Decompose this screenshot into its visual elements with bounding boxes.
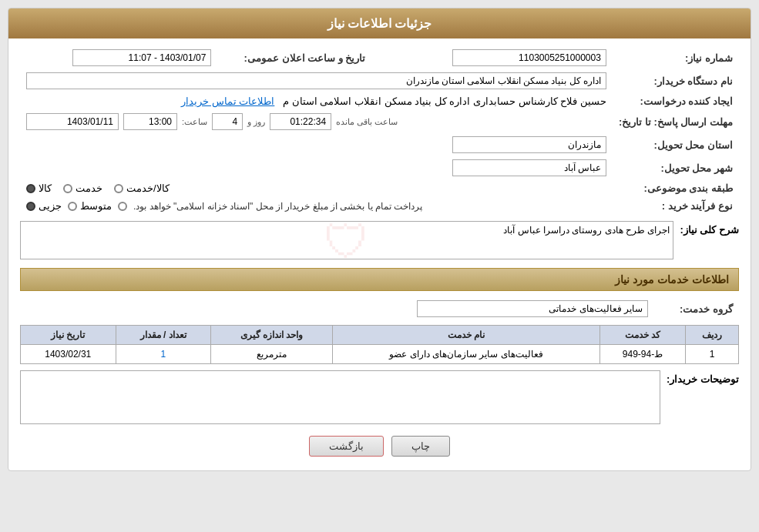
radio-kala-icon — [26, 184, 35, 193]
need-number-input[interactable] — [452, 49, 606, 66]
city-value — [20, 156, 613, 179]
process-option-motavasset[interactable]: متوسط — [68, 200, 112, 212]
category-option-kala-khadamat[interactable]: کالا/خدمت — [114, 182, 170, 194]
buyer-notes-textarea[interactable] — [20, 370, 660, 424]
description-textarea[interactable]: اجرای طرح هادی روستای دراسرا عباس آباد — [20, 221, 673, 259]
row-buyer-org: نام دستگاه خریدار: — [20, 69, 739, 92]
page-wrapper: جزئیات اطلاعات نیاز شماره نیاز: تاریخ و … — [0, 0, 759, 532]
col-code: کد خدمت — [599, 326, 685, 345]
creator-contact-link[interactable]: اطلاعات تماس خریدار — [181, 95, 274, 107]
main-card: جزئیات اطلاعات نیاز شماره نیاز: تاریخ و … — [8, 8, 751, 471]
deadline-date-input[interactable] — [26, 113, 119, 130]
announce-date-value — [20, 46, 217, 69]
buyer-org-label: نام دستگاه خریدار: — [613, 69, 739, 92]
row-need-number: شماره نیاز: تاریخ و ساعت اعلان عمومی: — [20, 46, 739, 69]
city-input[interactable] — [452, 159, 606, 176]
deadline-remaining-label: ساعت باقی مانده — [336, 117, 398, 127]
buyer-notes-label: توضیحات خریدار: — [667, 370, 739, 385]
province-label: استان محل تحویل: — [613, 133, 739, 156]
creator-label: ایجاد کننده درخواست: — [613, 92, 739, 110]
buyer-org-input[interactable] — [26, 72, 606, 89]
description-label: شرح کلی نیاز: — [680, 221, 739, 236]
need-number-label: شماره نیاز: — [613, 46, 739, 69]
row-creator: ایجاد کننده درخواست: حسین فلاح کارشناس ح… — [20, 92, 739, 110]
process-option-jozi[interactable]: جزیی — [26, 200, 62, 212]
services-table-header-row: ردیف کد خدمت نام خدمت واحد اندازه گیری ت… — [21, 326, 739, 345]
service-group-input[interactable] — [417, 300, 648, 317]
buyer-notes-section: توضیحات خریدار: — [20, 370, 739, 427]
row-process: نوع فرآیند خرید : پرداخت تمام یا بخشی از… — [20, 197, 739, 215]
col-name: نام خدمت — [333, 326, 600, 345]
row-category: طبقه بندی موضوعی: کالا/خدمت خدمت — [20, 179, 739, 197]
radio-esnad-icon — [118, 202, 127, 211]
deadline-value: ساعت باقی مانده روز و ساعت: — [20, 110, 613, 133]
page-title: جزئیات اطلاعات نیاز — [8, 8, 751, 38]
table-row: 1ط-94-949فعالیت‌های سایر سازمان‌های دارا… — [21, 345, 739, 364]
category-options: کالا/خدمت خدمت کالا — [20, 179, 613, 197]
category-option-khadamat[interactable]: خدمت — [63, 182, 102, 194]
process-options: پرداخت تمام یا بخشی از مبلغ خریدار از مح… — [20, 197, 613, 215]
province-value — [20, 133, 613, 156]
category-option-kala[interactable]: کالا — [26, 182, 52, 194]
col-unit: واحد اندازه گیری — [210, 326, 332, 345]
print-button[interactable]: چاپ — [391, 436, 450, 457]
city-label: شهر محل تحویل: — [613, 156, 739, 179]
service-group-label: گروه خدمت: — [654, 297, 739, 320]
col-date: تاریخ نیاز — [21, 326, 116, 345]
buyer-notes-container — [20, 370, 660, 427]
process-label: نوع فرآیند خرید : — [613, 197, 739, 215]
deadline-time-input[interactable] — [123, 113, 177, 130]
radio-khadamat-icon — [63, 184, 72, 193]
announce-date-input[interactable] — [72, 49, 211, 66]
category-label: طبقه بندی موضوعی: — [613, 179, 739, 197]
service-group-value — [20, 297, 654, 320]
need-number-value — [395, 46, 613, 69]
col-row: ردیف — [686, 326, 739, 345]
deadline-remaining-input[interactable] — [270, 113, 331, 130]
service-group-table: گروه خدمت: — [20, 297, 739, 320]
row-service-group: گروه خدمت: — [20, 297, 739, 320]
province-input[interactable] — [452, 136, 606, 153]
buyer-org-value — [20, 69, 613, 92]
row-city: شهر محل تحویل: — [20, 156, 739, 179]
process-option-esnad[interactable] — [118, 202, 127, 211]
services-table-body: 1ط-94-949فعالیت‌های سایر سازمان‌های دارا… — [21, 345, 739, 364]
row-deadline: مهلت ارسال پاسخ: تا تاریخ: ساعت باقی مان… — [20, 110, 739, 133]
back-button[interactable]: بازگشت — [309, 436, 384, 457]
announce-date-label: تاریخ و ساعت اعلان عمومی: — [217, 46, 371, 69]
services-section-header: اطلاعات خدمات مورد نیاز — [20, 268, 739, 291]
deadline-label: مهلت ارسال پاسخ: تا تاریخ: — [613, 110, 739, 133]
description-container: 🛡 اجرای طرح هادی روستای دراسرا عباس آباد — [20, 221, 673, 262]
radio-kala-khadamat-icon — [114, 184, 123, 193]
services-data-table: ردیف کد خدمت نام خدمت واحد اندازه گیری ت… — [20, 325, 739, 364]
process-note: پرداخت تمام یا بخشی از مبلغ خریدار از مح… — [133, 201, 422, 212]
services-table-head: ردیف کد خدمت نام خدمت واحد اندازه گیری ت… — [21, 326, 739, 345]
description-section: شرح کلی نیاز: 🛡 اجرای طرح هادی روستای در… — [20, 221, 739, 262]
creator-value: حسین فلاح کارشناس حسابداری اداره کل بنیا… — [20, 92, 613, 110]
deadline-time-label: ساعت: — [182, 117, 207, 127]
deadline-days-label: روز و — [247, 117, 265, 127]
col-qty: تعداد / مقدار — [116, 326, 210, 345]
deadline-days-input[interactable] — [212, 113, 243, 130]
radio-motavasset-icon — [68, 202, 77, 211]
button-row: چاپ بازگشت — [20, 436, 739, 457]
card-body: شماره نیاز: تاریخ و ساعت اعلان عمومی: نا… — [8, 38, 751, 470]
info-table: شماره نیاز: تاریخ و ساعت اعلان عمومی: نا… — [20, 46, 739, 215]
radio-jozi-icon — [26, 202, 35, 211]
row-province: استان محل تحویل: — [20, 133, 739, 156]
